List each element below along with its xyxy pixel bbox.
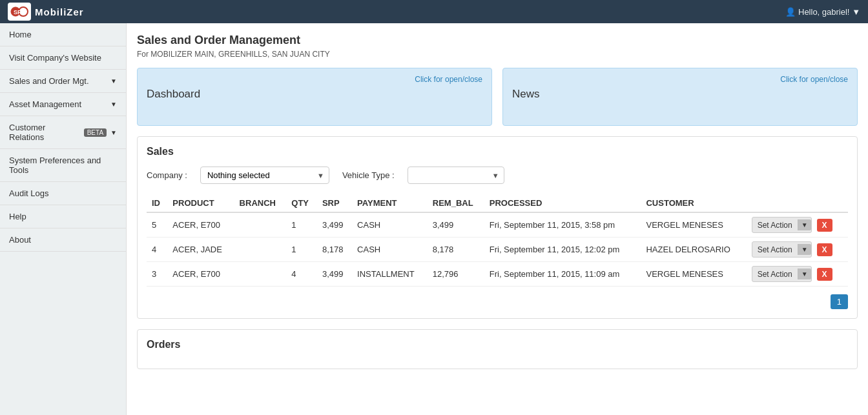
cell-qty: 4 <box>286 262 317 287</box>
dashboard-panel: Click for open/close Dashboard <box>137 68 492 126</box>
table-row: 3 ACER, E700 4 3,499 INSTALLMENT 12,796 … <box>147 262 848 287</box>
col-rem-bal: REM_BAL <box>428 194 484 212</box>
orders-section: Orders <box>137 329 858 369</box>
sidebar-item-label: Customer Relations <box>9 123 80 142</box>
sidebar-item-label: Sales and Order Mgt. <box>9 76 89 86</box>
table-row: 4 ACER, JADE 1 8,178 CASH 8,178 Fri, Sep… <box>147 238 848 262</box>
caret-icon: ▼ <box>110 77 117 85</box>
brand-name: MobiliZer <box>35 6 84 17</box>
sidebar-item-system-preferences[interactable]: System Preferences and Tools <box>0 149 126 182</box>
col-product: PRODUCT <box>167 194 234 212</box>
panel-row: Click for open/close Dashboard Click for… <box>137 68 858 126</box>
sidebar-item-visit-website[interactable]: Visit Company's Website <box>0 46 126 70</box>
cell-qty: 1 <box>286 238 317 262</box>
sidebar-item-audit-logs[interactable]: Audit Logs <box>0 182 126 205</box>
sidebar-item-sales-order-mgt[interactable]: Sales and Order Mgt. ▼ <box>0 70 126 93</box>
action-caret-icon: ▼ <box>798 219 811 230</box>
sidebar-item-customer-relations[interactable]: Customer Relations BETA ▼ <box>0 116 126 149</box>
cell-payment: CASH <box>352 238 428 262</box>
delete-button[interactable]: X <box>817 219 832 232</box>
col-srp: SRP <box>317 194 352 212</box>
page-1-button[interactable]: 1 <box>831 294 848 309</box>
col-id: ID <box>147 194 167 212</box>
delete-button[interactable]: X <box>817 268 832 281</box>
set-action-button[interactable]: Set Action ▼ <box>752 266 812 282</box>
orders-section-title: Orders <box>147 339 848 350</box>
sidebar-item-help[interactable]: Help <box>0 205 126 228</box>
set-action-label: Set Action <box>758 221 792 230</box>
vehicle-type-select[interactable] <box>408 167 504 184</box>
dashboard-panel-title: Dashboard <box>147 88 482 101</box>
action-cell: Set Action ▼ X <box>752 241 843 258</box>
news-panel-link[interactable]: Click for open/close <box>512 75 848 84</box>
cell-branch <box>234 212 287 238</box>
cell-id: 4 <box>147 238 167 262</box>
brand[interactable]: SP MobiliZer <box>8 3 84 21</box>
sales-table: ID PRODUCT BRANCH QTY SRP PAYMENT REM_BA… <box>147 194 848 287</box>
sales-section-title: Sales <box>147 146 848 157</box>
page-title: Sales and Order Management <box>137 34 858 47</box>
user-info[interactable]: 👤 Hello, gabriel! ▼ <box>785 7 860 17</box>
cell-srp: 3,499 <box>317 262 352 287</box>
main-layout: Home Visit Company's Website Sales and O… <box>0 23 868 415</box>
beta-badge: BETA <box>84 128 107 137</box>
col-payment: PAYMENT <box>352 194 428 212</box>
action-caret-icon: ▼ <box>798 244 811 255</box>
table-row: 5 ACER, E700 1 3,499 CASH 3,499 Fri, Sep… <box>147 212 848 238</box>
cell-customer: HAZEL DELROSARIO <box>641 238 746 262</box>
cell-action: Set Action ▼ X <box>747 262 848 287</box>
delete-button[interactable]: X <box>817 243 832 256</box>
set-action-button[interactable]: Set Action ▼ <box>752 217 812 233</box>
cell-branch <box>234 238 287 262</box>
company-select-wrapper: Nothing selected ▼ <box>200 167 329 184</box>
cell-product: ACER, JADE <box>167 238 234 262</box>
news-panel: Click for open/close News <box>502 68 858 126</box>
sales-section: Sales Company : Nothing selected ▼ Vehic… <box>137 136 858 319</box>
sidebar-item-home[interactable]: Home <box>0 23 126 46</box>
vehicle-type-select-wrapper: ▼ <box>408 167 504 184</box>
cell-product: ACER, E700 <box>167 262 234 287</box>
cell-rem-bal: 3,499 <box>428 212 484 238</box>
cell-branch <box>234 262 287 287</box>
sidebar-item-about[interactable]: About <box>0 228 126 252</box>
brand-logo: SP <box>8 3 31 21</box>
company-select[interactable]: Nothing selected <box>200 167 329 184</box>
sidebar: Home Visit Company's Website Sales and O… <box>0 23 127 415</box>
sidebar-item-label: System Preferences and Tools <box>9 156 117 175</box>
cell-id: 5 <box>147 212 167 238</box>
cell-processed: Fri, September 11, 2015, 12:02 pm <box>484 238 641 262</box>
sidebar-item-asset-management[interactable]: Asset Management ▼ <box>0 93 126 116</box>
col-customer: CUSTOMER <box>641 194 746 212</box>
action-cell: Set Action ▼ X <box>752 217 843 233</box>
cell-srp: 3,499 <box>317 212 352 238</box>
cell-customer: VERGEL MENESES <box>641 212 746 238</box>
cell-id: 3 <box>147 262 167 287</box>
sidebar-item-label: About <box>9 235 31 245</box>
cell-processed: Fri, September 11, 2015, 11:09 am <box>484 262 641 287</box>
cell-payment: CASH <box>352 212 428 238</box>
caret-down-icon: ▼ <box>852 7 860 17</box>
caret-icon: ▼ <box>110 129 117 136</box>
action-cell: Set Action ▼ X <box>752 266 843 282</box>
dashboard-panel-link[interactable]: Click for open/close <box>147 75 482 84</box>
set-action-label: Set Action <box>758 270 792 279</box>
cell-srp: 8,178 <box>317 238 352 262</box>
sidebar-item-label: Help <box>9 212 26 221</box>
content-area: Sales and Order Management For MOBILIZER… <box>127 23 868 415</box>
action-caret-icon: ▼ <box>798 268 811 279</box>
news-panel-title: News <box>512 88 848 101</box>
set-action-button[interactable]: Set Action ▼ <box>752 241 812 258</box>
cell-rem-bal: 12,796 <box>428 262 484 287</box>
sidebar-item-label: Audit Logs <box>9 188 48 198</box>
cell-rem-bal: 8,178 <box>428 238 484 262</box>
cell-processed: Fri, September 11, 2015, 3:58 pm <box>484 212 641 238</box>
page-subtitle: For MOBILIZER MAIN, GREENHILLS, SAN JUAN… <box>137 50 858 59</box>
set-action-label: Set Action <box>758 245 792 254</box>
vehicle-type-label: Vehicle Type : <box>342 170 395 180</box>
caret-icon: ▼ <box>110 101 117 108</box>
col-action <box>747 194 848 212</box>
user-icon: 👤 <box>785 7 796 17</box>
cell-qty: 1 <box>286 212 317 238</box>
sidebar-item-label: Asset Management <box>9 99 81 109</box>
user-label: Hello, gabriel! <box>798 7 850 17</box>
